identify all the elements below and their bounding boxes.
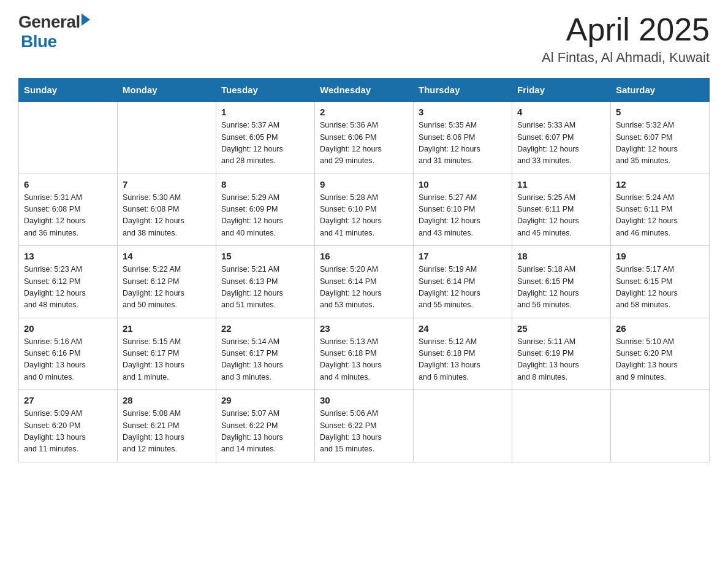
table-row: 1Sunrise: 5:37 AM Sunset: 6:05 PM Daylig… bbox=[216, 102, 315, 174]
day-info: Sunrise: 5:33 AM Sunset: 6:07 PM Dayligh… bbox=[517, 120, 605, 167]
day-number: 8 bbox=[221, 179, 309, 190]
location-subtitle: Al Fintas, Al Ahmadi, Kuwait bbox=[542, 50, 710, 66]
day-number: 22 bbox=[221, 323, 309, 334]
col-tuesday: Tuesday bbox=[216, 79, 315, 102]
day-info: Sunrise: 5:35 AM Sunset: 6:06 PM Dayligh… bbox=[419, 120, 507, 167]
day-number: 28 bbox=[123, 395, 211, 405]
day-info: Sunrise: 5:22 AM Sunset: 6:12 PM Dayligh… bbox=[123, 264, 211, 312]
day-number: 27 bbox=[24, 395, 112, 405]
day-info: Sunrise: 5:12 AM Sunset: 6:18 PM Dayligh… bbox=[419, 336, 507, 384]
table-row: 13Sunrise: 5:23 AM Sunset: 6:12 PM Dayli… bbox=[19, 246, 118, 318]
calendar-header-row: Sunday Monday Tuesday Wednesday Thursday… bbox=[19, 79, 710, 102]
table-row: 25Sunrise: 5:11 AM Sunset: 6:19 PM Dayli… bbox=[512, 318, 611, 390]
day-number: 7 bbox=[123, 179, 211, 190]
day-info: Sunrise: 5:08 AM Sunset: 6:21 PM Dayligh… bbox=[123, 408, 211, 456]
day-info: Sunrise: 5:23 AM Sunset: 6:12 PM Dayligh… bbox=[24, 264, 112, 312]
day-number: 6 bbox=[24, 179, 112, 190]
day-info: Sunrise: 5:10 AM Sunset: 6:20 PM Dayligh… bbox=[616, 336, 704, 384]
col-wednesday: Wednesday bbox=[315, 79, 414, 102]
table-row: 5Sunrise: 5:32 AM Sunset: 6:07 PM Daylig… bbox=[611, 102, 710, 174]
table-row: 12Sunrise: 5:24 AM Sunset: 6:11 PM Dayli… bbox=[611, 174, 710, 246]
logo-arrow-icon bbox=[82, 13, 90, 26]
day-number: 21 bbox=[123, 323, 211, 334]
day-info: Sunrise: 5:11 AM Sunset: 6:19 PM Dayligh… bbox=[517, 336, 605, 384]
day-number: 16 bbox=[320, 251, 408, 261]
table-row bbox=[19, 102, 118, 174]
day-number: 5 bbox=[616, 107, 704, 117]
day-number: 10 bbox=[419, 179, 507, 190]
table-row: 24Sunrise: 5:12 AM Sunset: 6:18 PM Dayli… bbox=[414, 318, 512, 390]
day-info: Sunrise: 5:15 AM Sunset: 6:17 PM Dayligh… bbox=[123, 336, 211, 384]
day-number: 29 bbox=[221, 395, 309, 405]
calendar-week-row: 13Sunrise: 5:23 AM Sunset: 6:12 PM Dayli… bbox=[19, 246, 710, 318]
calendar-week-row: 6Sunrise: 5:31 AM Sunset: 6:08 PM Daylig… bbox=[19, 174, 710, 246]
table-row: 27Sunrise: 5:09 AM Sunset: 6:20 PM Dayli… bbox=[19, 390, 118, 462]
col-saturday: Saturday bbox=[611, 79, 710, 102]
logo-general-text: General bbox=[18, 12, 80, 32]
table-row: 11Sunrise: 5:25 AM Sunset: 6:11 PM Dayli… bbox=[512, 174, 611, 246]
table-row: 18Sunrise: 5:18 AM Sunset: 6:15 PM Dayli… bbox=[512, 246, 611, 318]
day-number: 26 bbox=[616, 323, 704, 334]
day-number: 4 bbox=[517, 107, 605, 117]
table-row bbox=[512, 390, 611, 462]
calendar-week-row: 27Sunrise: 5:09 AM Sunset: 6:20 PM Dayli… bbox=[19, 390, 710, 462]
day-number: 20 bbox=[24, 323, 112, 334]
table-row: 23Sunrise: 5:13 AM Sunset: 6:18 PM Dayli… bbox=[315, 318, 414, 390]
day-number: 14 bbox=[123, 251, 211, 261]
col-thursday: Thursday bbox=[414, 79, 512, 102]
day-number: 12 bbox=[616, 179, 704, 190]
day-info: Sunrise: 5:17 AM Sunset: 6:15 PM Dayligh… bbox=[616, 264, 704, 312]
table-row: 26Sunrise: 5:10 AM Sunset: 6:20 PM Dayli… bbox=[611, 318, 710, 390]
table-row: 8Sunrise: 5:29 AM Sunset: 6:09 PM Daylig… bbox=[216, 174, 315, 246]
table-row: 9Sunrise: 5:28 AM Sunset: 6:10 PM Daylig… bbox=[315, 174, 414, 246]
table-row: 29Sunrise: 5:07 AM Sunset: 6:22 PM Dayli… bbox=[216, 390, 315, 462]
day-number: 25 bbox=[517, 323, 605, 334]
day-info: Sunrise: 5:28 AM Sunset: 6:10 PM Dayligh… bbox=[320, 192, 408, 240]
table-row: 28Sunrise: 5:08 AM Sunset: 6:21 PM Dayli… bbox=[118, 390, 216, 462]
day-number: 30 bbox=[320, 395, 408, 405]
title-block: April 2025 Al Fintas, Al Ahmadi, Kuwait bbox=[542, 12, 710, 66]
day-info: Sunrise: 5:07 AM Sunset: 6:22 PM Dayligh… bbox=[221, 408, 309, 456]
table-row: 2Sunrise: 5:36 AM Sunset: 6:06 PM Daylig… bbox=[315, 102, 414, 174]
day-info: Sunrise: 5:29 AM Sunset: 6:09 PM Dayligh… bbox=[221, 192, 309, 240]
day-info: Sunrise: 5:21 AM Sunset: 6:13 PM Dayligh… bbox=[221, 264, 309, 312]
logo-blue-text: Blue bbox=[21, 32, 57, 52]
day-info: Sunrise: 5:27 AM Sunset: 6:10 PM Dayligh… bbox=[419, 192, 507, 240]
day-info: Sunrise: 5:13 AM Sunset: 6:18 PM Dayligh… bbox=[320, 336, 408, 384]
day-info: Sunrise: 5:20 AM Sunset: 6:14 PM Dayligh… bbox=[320, 264, 408, 312]
table-row: 15Sunrise: 5:21 AM Sunset: 6:13 PM Dayli… bbox=[216, 246, 315, 318]
day-info: Sunrise: 5:06 AM Sunset: 6:22 PM Dayligh… bbox=[320, 408, 408, 456]
day-info: Sunrise: 5:19 AM Sunset: 6:14 PM Dayligh… bbox=[419, 264, 507, 312]
day-number: 2 bbox=[320, 107, 408, 117]
col-friday: Friday bbox=[512, 79, 611, 102]
table-row: 14Sunrise: 5:22 AM Sunset: 6:12 PM Dayli… bbox=[118, 246, 216, 318]
table-row bbox=[611, 390, 710, 462]
table-row: 10Sunrise: 5:27 AM Sunset: 6:10 PM Dayli… bbox=[414, 174, 512, 246]
table-row: 7Sunrise: 5:30 AM Sunset: 6:08 PM Daylig… bbox=[118, 174, 216, 246]
day-number: 15 bbox=[221, 251, 309, 261]
day-number: 1 bbox=[221, 107, 309, 117]
day-number: 17 bbox=[419, 251, 507, 261]
day-number: 18 bbox=[517, 251, 605, 261]
day-number: 23 bbox=[320, 323, 408, 334]
calendar-table: Sunday Monday Tuesday Wednesday Thursday… bbox=[18, 78, 710, 462]
table-row: 4Sunrise: 5:33 AM Sunset: 6:07 PM Daylig… bbox=[512, 102, 611, 174]
table-row: 6Sunrise: 5:31 AM Sunset: 6:08 PM Daylig… bbox=[19, 174, 118, 246]
table-row: 3Sunrise: 5:35 AM Sunset: 6:06 PM Daylig… bbox=[414, 102, 512, 174]
page-header: General Blue April 2025 Al Fintas, Al Ah… bbox=[18, 12, 710, 66]
day-number: 9 bbox=[320, 179, 408, 190]
table-row: 16Sunrise: 5:20 AM Sunset: 6:14 PM Dayli… bbox=[315, 246, 414, 318]
day-info: Sunrise: 5:24 AM Sunset: 6:11 PM Dayligh… bbox=[616, 192, 704, 240]
logo: General Blue bbox=[18, 12, 90, 52]
table-row: 20Sunrise: 5:16 AM Sunset: 6:16 PM Dayli… bbox=[19, 318, 118, 390]
day-number: 13 bbox=[24, 251, 112, 261]
table-row: 17Sunrise: 5:19 AM Sunset: 6:14 PM Dayli… bbox=[414, 246, 512, 318]
table-row: 19Sunrise: 5:17 AM Sunset: 6:15 PM Dayli… bbox=[611, 246, 710, 318]
day-info: Sunrise: 5:14 AM Sunset: 6:17 PM Dayligh… bbox=[221, 336, 309, 384]
day-number: 24 bbox=[419, 323, 507, 334]
day-info: Sunrise: 5:25 AM Sunset: 6:11 PM Dayligh… bbox=[517, 192, 605, 240]
table-row: 21Sunrise: 5:15 AM Sunset: 6:17 PM Dayli… bbox=[118, 318, 216, 390]
day-info: Sunrise: 5:30 AM Sunset: 6:08 PM Dayligh… bbox=[123, 192, 211, 240]
day-info: Sunrise: 5:37 AM Sunset: 6:05 PM Dayligh… bbox=[221, 120, 309, 167]
table-row bbox=[414, 390, 512, 462]
